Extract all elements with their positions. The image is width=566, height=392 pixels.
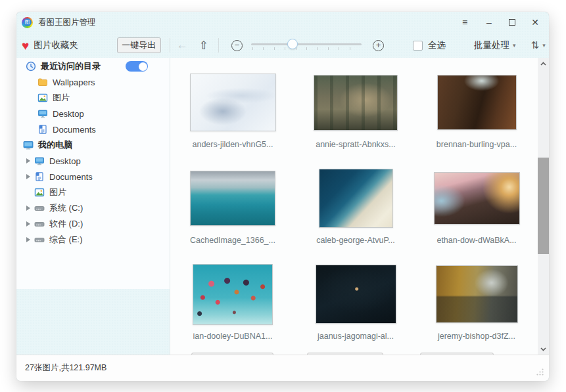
chevron-down-icon: ▾: [542, 42, 546, 49]
image-item[interactable]: caleb-george-AtvuP...: [295, 164, 416, 260]
resize-grip-icon[interactable]: [536, 368, 544, 376]
drive-icon: [34, 203, 45, 213]
back-icon[interactable]: ←: [177, 39, 188, 52]
app-window: 看图王图片管理 ≡ – ✕ ♥ 图片收藏夹 一键导出 ← ⇧ − + 全选 批量…: [16, 12, 549, 381]
sidebar-item-label: Documents: [49, 172, 93, 182]
expand-arrow-placeholder: [26, 190, 30, 195]
toggle-knob: [139, 62, 147, 71]
image-filename: jaanus-jagomagi-al...: [318, 332, 394, 341]
image-thumbnail[interactable]: [190, 74, 276, 131]
image-filename: jeremy-bishop-d3fZ...: [438, 332, 515, 341]
batch-process-dropdown[interactable]: 批量处理 ▾: [474, 39, 516, 51]
monitor-icon: [37, 108, 48, 119]
thumbnail-size-slider[interactable]: [251, 39, 362, 52]
image-thumbnail[interactable]: [314, 75, 398, 131]
sidebar-folder-tree: 最近访问的目录 Wallpapers 图片 Desktop Documents: [16, 58, 170, 355]
sidebar-item-label: 综合 (E:): [49, 234, 83, 246]
export-button[interactable]: 一键导出: [117, 37, 161, 53]
image-item[interactable]: jaanus-jagomagi-al...: [295, 260, 416, 355]
batch-process-label: 批量处理: [474, 39, 509, 51]
image-thumbnail[interactable]: [190, 171, 275, 226]
image-thumbnail[interactable]: [434, 172, 520, 225]
zoom-out-button[interactable]: −: [231, 40, 243, 51]
toolbar-divider: [170, 38, 170, 53]
sidebar-item-recent-dirs[interactable]: 最近访问的目录: [16, 58, 170, 74]
sidebar-item-label: 最近访问的目录: [41, 60, 101, 72]
window-title: 看图王图片管理: [38, 17, 96, 28]
clock-icon: [26, 61, 36, 72]
expand-arrow-icon[interactable]: [26, 237, 30, 242]
chevron-up-icon: [540, 62, 546, 66]
maximize-button[interactable]: [509, 19, 515, 26]
sidebar-item-desktop[interactable]: Desktop: [16, 106, 170, 121]
minimize-button[interactable]: –: [484, 18, 494, 27]
sort-icon: ⇅: [531, 39, 540, 51]
select-all-checkbox[interactable]: [413, 41, 423, 51]
image-item[interactable]: annie-spratt-Abnkxs...: [295, 68, 416, 164]
image-filename: ian-dooley-DuBNA1...: [193, 332, 273, 341]
up-icon[interactable]: ⇧: [199, 39, 208, 53]
sidebar-item-computer-desktop[interactable]: Desktop: [16, 153, 170, 169]
status-bar: 27张图片,共121.97MB: [16, 355, 549, 381]
title-bar: 看图王图片管理 ≡ – ✕: [16, 12, 549, 33]
menu-icon[interactable]: ≡: [460, 18, 469, 27]
monitor-icon: [34, 156, 45, 166]
sidebar-item-label: Desktop: [49, 156, 81, 166]
heart-icon: ♥: [22, 39, 29, 52]
recent-dirs-toggle[interactable]: [126, 61, 148, 72]
document-icon: [37, 124, 48, 135]
sidebar-item-label: Wallpapers: [53, 77, 95, 87]
image-thumbnail[interactable]: [319, 169, 393, 228]
scrollbar-thumb[interactable]: [538, 158, 549, 254]
scroll-up-button[interactable]: [538, 58, 549, 69]
expand-arrow-icon[interactable]: [26, 221, 30, 227]
sidebar-item-label: 软件 (D:): [49, 218, 83, 230]
folder-icon: [37, 77, 48, 87]
slider-track[interactable]: [251, 43, 362, 45]
sidebar-item-label: 图片: [49, 186, 66, 198]
sidebar-item-documents[interactable]: Documents: [16, 121, 170, 137]
computer-icon: [23, 140, 34, 150]
sidebar-item-drive-e[interactable]: 综合 (E:): [16, 232, 170, 248]
image-thumbnail[interactable]: [316, 265, 396, 324]
sidebar-item-drive-d[interactable]: 软件 (D:): [16, 216, 170, 232]
image-item[interactable]: jeremy-bishop-d3fZ...: [416, 260, 537, 355]
thumbnail-grid-area: anders-jilden-vhnG5... annie-spratt-Abnk…: [170, 58, 538, 355]
image-item[interactable]: CachedImage_1366_...: [170, 164, 295, 260]
sidebar-item-label: Desktop: [53, 109, 84, 119]
toolbar-divider: [218, 38, 219, 53]
image-item[interactable]: anders-jilden-vhnG5...: [170, 68, 295, 164]
toolbar: ♥ 图片收藏夹 一键导出 ← ⇧ − + 全选 批量处理 ▾ ⇅ ▾: [16, 33, 549, 58]
sidebar-item-wallpapers[interactable]: Wallpapers: [16, 74, 170, 90]
scroll-down-button[interactable]: [538, 343, 549, 355]
close-button[interactable]: ✕: [531, 18, 540, 27]
image-filename: ethan-dow-dWaBkA...: [436, 236, 516, 245]
image-thumbnail[interactable]: [437, 75, 517, 130]
image-item[interactable]: ian-dooley-DuBNA1...: [170, 260, 295, 355]
sidebar-item-my-computer[interactable]: 我的电脑: [16, 137, 170, 153]
sidebar-item-computer-pictures[interactable]: 图片: [16, 185, 170, 200]
expand-arrow-icon[interactable]: [26, 158, 30, 163]
picture-icon: [34, 187, 45, 198]
image-thumbnail[interactable]: [193, 264, 273, 325]
image-item[interactable]: brennan-burling-vpa...: [416, 68, 537, 164]
zoom-in-button[interactable]: +: [373, 40, 384, 51]
chevron-down-icon: ▾: [513, 42, 516, 49]
image-filename: brennan-burling-vpa...: [436, 140, 517, 149]
sort-dropdown[interactable]: ⇅ ▾: [531, 39, 546, 51]
sidebar-item-computer-documents[interactable]: Documents: [16, 169, 170, 185]
image-item[interactable]: ethan-dow-dWaBkA...: [416, 164, 537, 260]
image-filename: caleb-george-AtvuP...: [316, 236, 394, 245]
sidebar-item-drive-c[interactable]: 系统 (C:): [16, 200, 170, 216]
sidebar-item-label: 图片: [53, 92, 70, 104]
expand-arrow-icon[interactable]: [26, 206, 30, 211]
image-filename: anders-jilden-vhnG5...: [193, 140, 273, 149]
sidebar-item-label: Documents: [53, 125, 96, 135]
select-all-label[interactable]: 全选: [428, 39, 446, 51]
drive-icon: [34, 234, 45, 245]
sidebar-item-pictures[interactable]: 图片: [16, 90, 170, 106]
vertical-scrollbar[interactable]: [538, 58, 549, 355]
drive-icon: [34, 219, 45, 229]
expand-arrow-icon[interactable]: [26, 174, 30, 179]
image-thumbnail[interactable]: [436, 265, 518, 323]
